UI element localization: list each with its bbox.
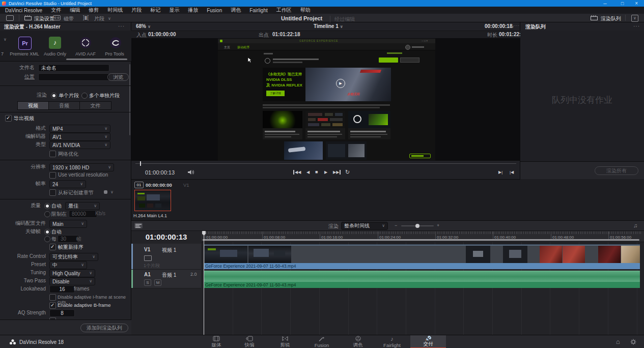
reorder-checkbox[interactable] — [49, 244, 56, 250]
rate-control-select[interactable]: 可变比特率∨ — [49, 253, 98, 261]
skip-to-start-icon[interactable]: ◀◀ — [293, 170, 301, 175]
timeline-ruler[interactable]: 01:00:00:00 01:00:08:00 01:00:16:00 01:0… — [201, 231, 644, 242]
zoom-out-icon[interactable]: − — [395, 223, 397, 228]
menu-item[interactable]: 播放 — [188, 7, 198, 14]
menu-item[interactable]: 文件 — [51, 7, 61, 14]
menu-item[interactable]: DaVinci Resolve — [5, 8, 42, 13]
preset-avid-aaf-icon[interactable] — [79, 37, 92, 49]
panel-options-icon[interactable]: ··· — [118, 23, 125, 29]
render-single-radio[interactable] — [51, 93, 57, 99]
menu-item[interactable]: 工作区 — [276, 7, 292, 14]
maximize-icon[interactable]: □ — [621, 1, 624, 6]
render-scope-select[interactable]: 整条时间线∨ — [341, 222, 388, 230]
page-cut[interactable]: 快编 — [233, 335, 266, 348]
checkbox-panel-icon[interactable]: ∨ — [631, 15, 638, 22]
panel-scrollbar[interactable] — [129, 64, 130, 135]
chapter-color-icon[interactable] — [104, 190, 107, 194]
video-clip[interactable]: GeForce Experience 2021-09-07 11-50-43.m… — [204, 245, 640, 269]
location-input[interactable] — [38, 73, 109, 81]
viewer-zoom-select[interactable]: 68% ∨ — [136, 23, 151, 29]
play-icon[interactable]: ▶ — [324, 170, 327, 175]
menu-item[interactable]: 修剪 — [89, 7, 99, 14]
menu-item[interactable]: 编辑 — [70, 7, 80, 14]
page-edit[interactable]: 剪辑 — [269, 335, 301, 348]
format-select[interactable]: MP4∨ — [49, 125, 110, 133]
video-track-enable-icon[interactable] — [144, 255, 152, 261]
network-opt-checkbox[interactable] — [49, 151, 56, 157]
timeline-view-icon[interactable] — [134, 223, 143, 228]
quality-restrict-input[interactable]: 80000 — [69, 210, 97, 218]
preset-premiere-xml-icon[interactable]: Pr — [18, 37, 32, 50]
type-select[interactable]: AV1 NVIDIA∨ — [49, 141, 110, 149]
render-queue-button[interactable]: 渲染队列 — [601, 15, 621, 22]
audio-clip[interactable]: GeForce Experience 2021-09-07 11-50-43.m… — [204, 271, 640, 288]
zoom-in-icon[interactable]: + — [437, 223, 439, 228]
menu-item[interactable]: 标记 — [150, 7, 160, 14]
menu-item[interactable]: 显示 — [169, 7, 179, 14]
page-fusion[interactable]: Fusion — [305, 335, 338, 348]
tab-file[interactable]: 文件 — [79, 101, 111, 110]
render-settings-button[interactable]: 渲染设置 — [34, 15, 54, 22]
goto-out-icon[interactable]: ▶| — [498, 170, 502, 175]
close-icon[interactable]: × — [635, 1, 638, 6]
page-color[interactable]: 调色 — [342, 335, 374, 348]
minimize-icon[interactable]: ─ — [603, 1, 606, 6]
keyframe-auto-radio[interactable] — [44, 229, 50, 235]
audio-track-icon[interactable]: ♫ — [633, 222, 637, 228]
viewer-canvas[interactable]: GEFORCE EXPERIENCE ─ □ × 主页 驱动程序 — [131, 39, 520, 161]
solo-button[interactable]: S — [144, 279, 151, 286]
render-queue-icon[interactable] — [591, 15, 598, 20]
loop-icon[interactable]: ↻ — [345, 169, 350, 176]
menu-item[interactable]: 时间线 — [107, 7, 123, 14]
render-multiple-radio[interactable] — [81, 93, 88, 99]
menu-item[interactable]: 帮助 — [300, 7, 311, 14]
timeline-selector[interactable]: Timeline 1 ∨ — [314, 23, 343, 29]
keyframe-input[interactable]: 30 — [58, 235, 79, 243]
vertical-res-checkbox[interactable] — [49, 172, 56, 179]
goto-in-icon[interactable]: |◀ — [510, 170, 514, 175]
page-fairlight[interactable]: ♪ Fairlight — [376, 335, 408, 348]
timeline-playhead[interactable] — [204, 231, 204, 335]
timeline-zoom-slider[interactable] — [401, 225, 434, 226]
adaptive-i-checkbox[interactable] — [49, 294, 56, 301]
viewer-scrub-bar[interactable] — [131, 161, 520, 166]
menu-item[interactable]: 调色 — [231, 7, 241, 14]
quality-auto-radio[interactable] — [44, 203, 50, 209]
tab-audio[interactable]: 音频 — [48, 101, 80, 110]
framerate-select[interactable]: 24∨ — [49, 180, 86, 188]
tape-icon[interactable] — [53, 15, 61, 20]
tuning-select[interactable]: High Quality∨ — [49, 269, 95, 277]
step-back-icon[interactable]: ◀ — [306, 170, 310, 175]
add-to-render-queue-button[interactable]: 添加到渲染队列 — [80, 324, 128, 332]
stop-icon[interactable]: ■ — [315, 169, 318, 175]
preset-audio-only-icon[interactable]: ♪ — [49, 37, 61, 49]
timeline-scrollbar[interactable] — [203, 239, 639, 241]
zoom-slider-handle[interactable] — [415, 224, 419, 228]
queue-options-icon[interactable]: ··· — [633, 23, 640, 29]
lookahead-input[interactable]: 16 — [49, 285, 75, 293]
render-settings-icon[interactable] — [24, 15, 32, 20]
settings-gear-icon[interactable] — [630, 339, 636, 345]
browse-button[interactable]: 浏览 — [107, 73, 129, 81]
tab-video[interactable]: 视频 — [17, 101, 49, 110]
viewer-options-icon[interactable]: ··· — [514, 23, 520, 28]
adaptive-b-checkbox[interactable] — [49, 302, 56, 309]
scrub-playhead[interactable] — [140, 161, 141, 166]
aq-strength-input[interactable]: 8 — [49, 309, 75, 317]
presets-scrollbar[interactable] — [66, 59, 127, 60]
video-track-header[interactable]: V1 视频 1 1个片段 — [131, 244, 201, 270]
export-video-checkbox[interactable] — [5, 115, 12, 122]
resolution-select[interactable]: 1920 x 1080 HD∨ — [49, 163, 114, 171]
mute-button[interactable]: M — [154, 279, 161, 286]
audio-mute-icon[interactable] — [187, 169, 194, 175]
chapters-checkbox[interactable] — [49, 189, 56, 196]
preset-partial-label[interactable]: 7 — [1, 51, 4, 56]
two-pass-select[interactable]: Disable∨ — [49, 277, 95, 285]
tape-button[interactable]: 磁带 — [64, 15, 74, 22]
quality-restrict-radio[interactable] — [44, 211, 50, 217]
render-all-button[interactable]: 渲染所有 — [595, 166, 638, 175]
preset-pro-tools-icon[interactable] — [109, 37, 122, 49]
preset-label[interactable]: Pro Tools — [98, 51, 131, 56]
audio-track-header[interactable]: A1 音频 1 2.0 S M — [131, 270, 201, 288]
codec-select[interactable]: AV1∨ — [49, 133, 110, 141]
